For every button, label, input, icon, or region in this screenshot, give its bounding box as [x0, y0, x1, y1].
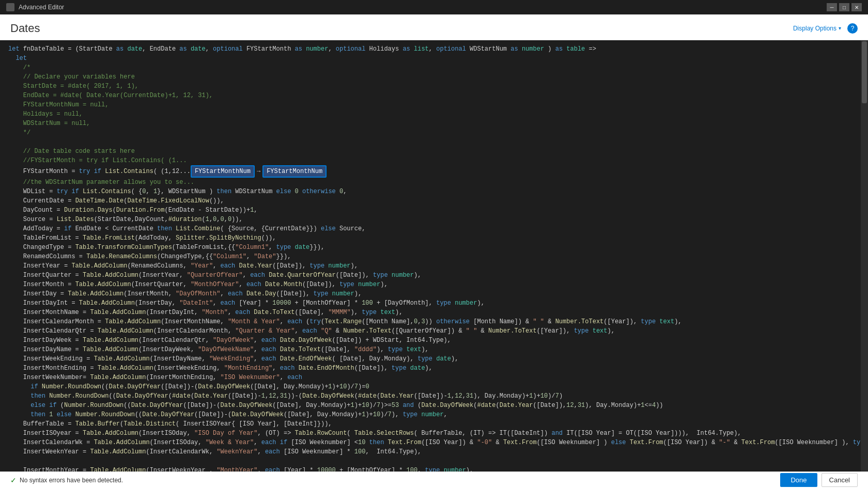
app-icon: [6, 3, 14, 11]
editor-container: let fnDateTable = (StartDate as date, En…: [0, 40, 868, 471]
editor-header: Dates Display Options ▾ ?: [0, 14, 868, 40]
vertical-scrollbar-thumb: [862, 41, 867, 103]
advanced-editor-window: Advanced Editor ─ □ ✕ Dates Display Opti…: [0, 0, 868, 488]
cancel-button[interactable]: Cancel: [822, 473, 858, 487]
title-bar: Advanced Editor ─ □ ✕: [0, 0, 868, 14]
code-area[interactable]: let fnDateTable = (StartDate as date, En…: [0, 40, 861, 471]
status-ok: ✓ No syntax errors have been detected.: [10, 476, 123, 484]
highlight-box-2: FYStartMonthNum: [262, 165, 327, 178]
minimize-button[interactable]: ─: [827, 3, 837, 11]
status-text: No syntax errors have been detected.: [20, 477, 123, 484]
page-title: Dates: [10, 22, 40, 35]
title-bar-controls: ─ □ ✕: [827, 3, 862, 11]
vertical-scrollbar[interactable]: [861, 40, 868, 471]
title-bar-left: Advanced Editor: [6, 3, 64, 11]
close-button[interactable]: ✕: [851, 3, 862, 11]
footer-buttons: Done Cancel: [780, 473, 858, 487]
check-icon: ✓: [10, 476, 17, 484]
status-bar: ✓ No syntax errors have been detected. D…: [0, 471, 868, 488]
done-button[interactable]: Done: [780, 473, 817, 487]
help-button[interactable]: ?: [847, 23, 858, 34]
code-content: let fnDateTable = (StartDate as date, En…: [0, 44, 861, 471]
chevron-down-icon: ▾: [839, 25, 841, 31]
title-bar-title: Advanced Editor: [19, 4, 64, 11]
display-options-button[interactable]: Display Options ▾: [793, 25, 841, 32]
display-options-label: Display Options: [793, 25, 836, 32]
maximize-button[interactable]: □: [839, 3, 849, 11]
highlight-box-1: FYStartMonthNum: [191, 165, 255, 178]
header-right: Display Options ▾ ?: [793, 23, 858, 34]
